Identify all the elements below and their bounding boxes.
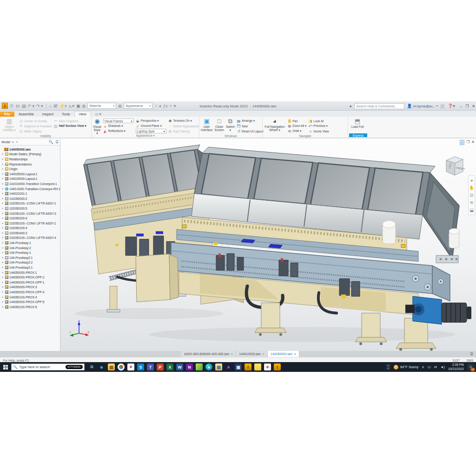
sketch-icon[interactable]: 🗹 bbox=[53, 103, 58, 109]
ribbon-tab[interactable]: Assemble bbox=[14, 112, 38, 117]
network-icon[interactable]: ⇄ bbox=[434, 365, 437, 369]
tree-item[interactable]: + Model States: [Primary] bbox=[1, 152, 60, 157]
visual-style-button[interactable]: ◉ Visual Style ▾ bbox=[93, 118, 101, 133]
save-icon[interactable]: ▤ bbox=[22, 103, 26, 109]
ribbon-tab[interactable]: ▭ ▾ bbox=[91, 112, 106, 117]
clean-screen-button[interactable]: □ Clean Screen bbox=[214, 118, 224, 133]
expand-icon[interactable]: + bbox=[1, 152, 4, 156]
people-icon[interactable]: ☻ bbox=[98, 364, 105, 370]
ray-tracing-button[interactable]: ◍Ray Tracing bbox=[168, 129, 199, 133]
weather-app-icon[interactable]: ✦ bbox=[264, 364, 271, 370]
expand-icon[interactable]: + bbox=[1, 222, 4, 225]
perspective-button[interactable]: ⬙Perspective ▾ bbox=[136, 119, 166, 123]
doc-minimize-button[interactable]: – bbox=[460, 140, 464, 145]
misc-app-icon[interactable] bbox=[196, 364, 203, 370]
inventor-active-icon[interactable]: I bbox=[274, 364, 281, 370]
expand-icon[interactable]: + bbox=[1, 231, 4, 235]
tree-item[interactable]: + 144050000-PROX:1 bbox=[1, 270, 60, 275]
home-icon[interactable]: ⌂ bbox=[49, 103, 52, 109]
zoom-window-icon[interactable]: ⊡ bbox=[470, 193, 474, 198]
expand-icon[interactable]: + bbox=[1, 251, 4, 254]
fx-parameters-icon[interactable]: ƒx bbox=[163, 103, 168, 109]
assembly-3d-model[interactable] bbox=[60, 139, 476, 351]
expand-icon[interactable]: + bbox=[1, 226, 4, 230]
notification-center-icon[interactable]: 🗨27 bbox=[467, 364, 474, 370]
expand-icon[interactable]: + bbox=[1, 246, 4, 250]
app-store-cart-icon[interactable]: 🛒 bbox=[440, 104, 445, 108]
redo-icon[interactable]: ↷ ▾ bbox=[36, 103, 43, 109]
ground-plane-button[interactable]: ▱Ground Plane ▾ bbox=[136, 124, 166, 128]
tree-item[interactable]: + 102050200:5 bbox=[1, 206, 60, 211]
look-at-button[interactable]: ◨Look At bbox=[308, 119, 329, 123]
help-icon[interactable]: ❓▾ bbox=[448, 104, 455, 108]
close-button[interactable]: ✕ bbox=[472, 104, 475, 108]
help-search-input[interactable]: Search Help & Commands... bbox=[354, 103, 404, 109]
teams-icon[interactable]: T bbox=[147, 364, 154, 370]
tree-item[interactable]: + 144029000-Layout:1 bbox=[1, 177, 60, 182]
expand-icon[interactable]: + bbox=[1, 271, 4, 274]
clear-appearance-icon[interactable]: ◕ bbox=[159, 103, 161, 109]
tree-item[interactable]: + 144050000-PROX-OPP:4 bbox=[1, 290, 60, 295]
sticky-notes-icon[interactable] bbox=[254, 364, 261, 370]
expand-icon[interactable]: + bbox=[1, 192, 4, 195]
slack-icon[interactable]: ⌗ bbox=[127, 364, 134, 370]
new-window-button[interactable]: 🗔New bbox=[237, 124, 264, 128]
browser-add-tab-button[interactable]: + bbox=[16, 140, 18, 144]
tree-item[interactable]: + 144021001:1 bbox=[1, 191, 60, 196]
ribbon-tab[interactable]: File bbox=[0, 112, 14, 117]
expand-icon[interactable]: + bbox=[1, 266, 4, 269]
open-icon[interactable]: 🗁 bbox=[16, 103, 20, 109]
minimize-button[interactable]: – bbox=[460, 104, 462, 108]
tree-item[interactable]: 144050000.iam bbox=[1, 147, 60, 152]
expand-icon[interactable]: + bbox=[1, 182, 4, 185]
onedrive-folder-icon[interactable]: ▤ bbox=[215, 364, 222, 370]
expand-icon[interactable]: + bbox=[1, 158, 4, 161]
reflections-button[interactable]: ◭Reflections ▾ bbox=[103, 129, 134, 133]
arrange-button[interactable]: ▤Arrange ▾ bbox=[237, 119, 264, 123]
onenote-icon[interactable]: N bbox=[186, 364, 193, 370]
orbit-button[interactable]: ⟲Orbit ▾ bbox=[287, 129, 306, 133]
excel-icon[interactable]: X bbox=[166, 364, 173, 370]
expand-icon[interactable]: + bbox=[1, 305, 4, 309]
search-collapse-icon[interactable]: ▸ bbox=[350, 104, 352, 108]
expand-icon[interactable]: + bbox=[1, 207, 4, 210]
tree-item[interactable]: + Representations bbox=[1, 162, 60, 167]
expand-icon[interactable]: + bbox=[1, 163, 4, 166]
tree-item[interactable]: + 144-ProxAssy:1 bbox=[1, 240, 60, 245]
navigation-wheel-button[interactable]: ◕ Full Navigation Wheel ▾ bbox=[264, 118, 285, 133]
expand-icon[interactable]: + bbox=[1, 177, 4, 180]
tree-item[interactable]: + 1440-0000-Transition-Conveyor-RH:1 bbox=[1, 186, 60, 192]
doc-close-button[interactable]: ✕ bbox=[471, 140, 475, 145]
tree-item[interactable]: + 144050100-PROX:4 bbox=[1, 295, 60, 300]
tree-item[interactable]: + 144050000-PROX-OPP:2 bbox=[1, 275, 60, 280]
gearmotor[interactable] bbox=[405, 297, 471, 324]
expand-icon[interactable]: + bbox=[1, 276, 4, 279]
tree-item[interactable]: + 144-ProxAssy2:1 bbox=[1, 255, 60, 260]
view-cube[interactable]: LEFT FRONT bbox=[441, 152, 468, 179]
expand-icon[interactable]: + bbox=[1, 291, 4, 294]
slice-graphics-button[interactable]: ✂Slice Graphics bbox=[54, 119, 86, 123]
ribbon-tab[interactable]: Inspect bbox=[38, 112, 58, 117]
load-full-button[interactable]: ⬒ Load Full bbox=[350, 118, 365, 133]
battery-icon[interactable]: ▭ bbox=[428, 365, 431, 369]
tree-item[interactable]: + 144050000-PROX-OPP:5 bbox=[1, 299, 60, 304]
inventor-logo-icon[interactable]: I bbox=[2, 103, 8, 109]
new-file-icon[interactable]: 🗋 bbox=[10, 103, 14, 109]
nav-wheel-icon[interactable]: ◕ bbox=[470, 178, 473, 183]
inventor-icon[interactable]: I bbox=[245, 364, 251, 370]
expand-icon[interactable]: + bbox=[1, 202, 4, 205]
user-interface-button[interactable]: ▣ User Interface bbox=[201, 118, 212, 133]
imate-glyphs-button[interactable]: ◎iMate Glyphs bbox=[19, 129, 52, 133]
object-visibility-button[interactable]: ▥ Object visibility ▾ bbox=[1, 118, 17, 133]
browser-tab-close-icon[interactable]: ✕ bbox=[12, 140, 14, 144]
doc-tab-menu-icon[interactable]: ☰ bbox=[467, 351, 476, 357]
expand-icon[interactable]: + bbox=[1, 187, 4, 191]
tree-item[interactable]: + 144025000-Layout:1 bbox=[1, 172, 60, 177]
doc-tab-close-icon[interactable]: ✕ bbox=[262, 352, 264, 356]
tree-item[interactable]: + 102050100:4 bbox=[1, 226, 60, 231]
expand-icon[interactable]: + bbox=[1, 172, 4, 176]
tree-item[interactable]: + 144-ProxAssy:1 bbox=[1, 250, 60, 255]
ribbon-tab[interactable]: Tools bbox=[58, 112, 74, 117]
tree-item[interactable]: + 144-ProxAssy2:1 bbox=[1, 265, 60, 270]
reset-ui-layout-button[interactable]: ↺Reset UI Layout bbox=[237, 129, 264, 133]
